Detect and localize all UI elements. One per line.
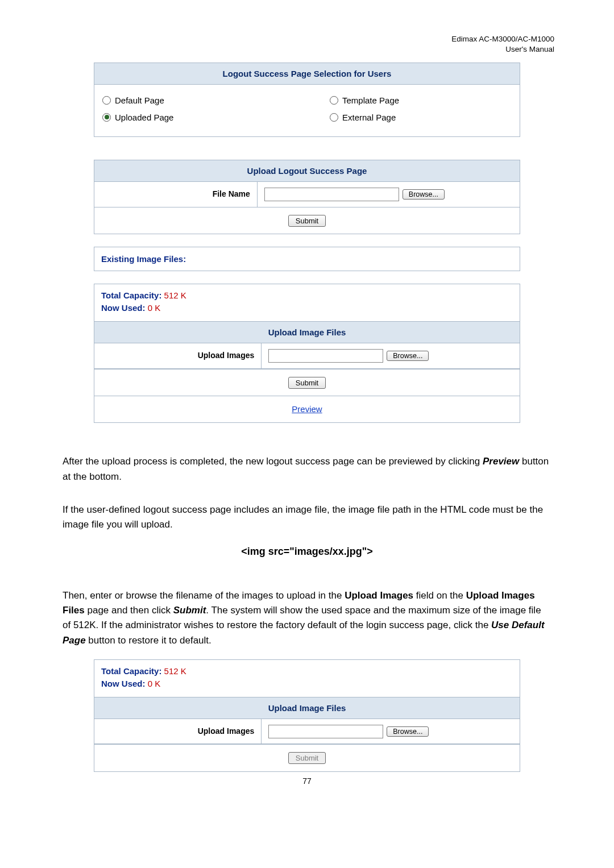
- body-text: After the upload process is completed, t…: [63, 454, 551, 648]
- radio-icon: [102, 113, 111, 122]
- browse-button[interactable]: Browse...: [403, 189, 445, 200]
- radio-icon: [330, 113, 338, 122]
- upload-images-input[interactable]: [268, 349, 383, 363]
- upload-logout-title: Upload Logout Success Page: [94, 160, 520, 182]
- radio-icon: [102, 96, 111, 105]
- radio-icon: [330, 96, 338, 105]
- option-default-page[interactable]: Default Page: [102, 94, 284, 107]
- paragraph-3: Then, enter or browse the filename of th…: [63, 588, 551, 648]
- now-used-label: Now Used:: [101, 303, 148, 313]
- doc-header-line1: Edimax AC-M3000/AC-M1000: [451, 34, 554, 44]
- logout-selection-panel: Logout Success Page Selection for Users …: [94, 63, 520, 137]
- option-uploaded-page[interactable]: Uploaded Page: [102, 111, 284, 124]
- lower-panel: Total Capacity: 512 K Now Used: 0 K Uplo…: [94, 659, 520, 772]
- file-name-label: File Name: [94, 182, 258, 207]
- paragraph-1: After the upload process is completed, t…: [63, 454, 551, 484]
- option-template-page[interactable]: Template Page: [330, 94, 512, 107]
- capacity-panel: Total Capacity: 512 K Now Used: 0 K: [94, 284, 520, 321]
- submit-button[interactable]: Submit: [288, 752, 326, 764]
- upload-logout-panel: Upload Logout Success Page File Name Bro…: [94, 160, 520, 234]
- page-number: 77: [63, 775, 551, 788]
- paragraph-2: If the user-defined logout success page …: [63, 502, 551, 533]
- existing-image-files-panel: Existing Image Files:: [94, 247, 520, 271]
- selection-right-col: Template Page External Page: [284, 90, 512, 127]
- browse-button[interactable]: Browse...: [387, 351, 429, 361]
- browse-button[interactable]: Browse...: [387, 726, 429, 737]
- submit-button[interactable]: Submit: [288, 215, 326, 227]
- file-name-input[interactable]: [264, 188, 399, 201]
- code-snippet: <img src="images/xx.jpg">: [63, 544, 551, 560]
- logout-selection-title: Logout Success Page Selection for Users: [94, 63, 520, 85]
- lower-upload-title: Upload Image Files: [94, 697, 520, 719]
- upload-image-files-panel: Upload Image Files Upload Images Browse.…: [94, 321, 520, 423]
- preview-link[interactable]: Preview: [292, 404, 322, 414]
- doc-header: Edimax AC-M3000/AC-M1000 User's Manual: [451, 34, 554, 55]
- option-external-page[interactable]: External Page: [330, 111, 512, 124]
- submit-button[interactable]: Submit: [288, 377, 326, 389]
- upload-images-label: Upload Images: [94, 343, 262, 368]
- total-capacity-value: 512 K: [164, 290, 186, 300]
- lower-upload-input[interactable]: [268, 725, 383, 738]
- upload-image-files-title: Upload Image Files: [94, 322, 520, 343]
- selection-left-col: Default Page Uploaded Page: [102, 90, 284, 127]
- now-used-value: 0 K: [148, 303, 161, 313]
- lower-upload-label: Upload Images: [94, 719, 262, 744]
- total-capacity-label: Total Capacity:: [101, 290, 164, 300]
- doc-header-line2: User's Manual: [451, 44, 554, 55]
